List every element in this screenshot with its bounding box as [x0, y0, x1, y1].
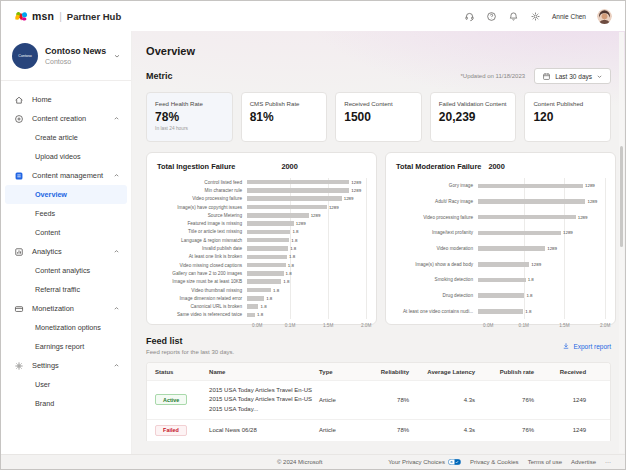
chart-bar[interactable]	[247, 279, 281, 284]
chart-bar[interactable]	[247, 188, 349, 193]
chart-plot: Gory image1289Adult/ Racy image1289Video…	[396, 178, 605, 330]
chart-bar[interactable]	[247, 205, 327, 210]
chart-bar[interactable]	[247, 271, 283, 276]
chart-bar[interactable]	[478, 215, 576, 220]
sidebar-item-user[interactable]: User	[1, 375, 131, 394]
column-header-failed[interactable]: Failed	[590, 369, 611, 375]
chart-bar[interactable]	[478, 262, 529, 267]
help-icon[interactable]	[486, 11, 497, 22]
chart-bar[interactable]	[247, 213, 309, 218]
sidebar-item-earnings-report[interactable]: Earnings report	[1, 337, 131, 356]
chart-bar[interactable]	[247, 230, 290, 235]
chart-bar[interactable]	[478, 246, 545, 251]
feed-name-cell[interactable]: Local News 06/28	[209, 426, 315, 435]
scrollbar[interactable]	[619, 32, 624, 453]
sidebar-item-create-article[interactable]: Create article	[1, 128, 131, 147]
user-avatar[interactable]	[597, 9, 612, 24]
chart-bar[interactable]	[247, 180, 349, 185]
sidebar-item-brand[interactable]: Brand	[1, 394, 131, 413]
chart-bar-track: 1.8	[247, 254, 361, 259]
sidebar-item-monetization[interactable]: Monetization	[1, 299, 131, 318]
footer-link-advertise[interactable]: Advertise	[571, 459, 596, 465]
chart-bar[interactable]	[247, 263, 286, 268]
metric-card-feed-health-rate[interactable]: Feed Health Rate78%In last 24 hours	[146, 92, 233, 142]
charts-row: Total Ingestion Failure 2000 Control lis…	[146, 152, 611, 325]
metric-card-content-published[interactable]: Content Published120	[524, 92, 611, 142]
column-header-status[interactable]: Status	[155, 369, 205, 375]
msn-butterfly-logo-icon[interactable]	[14, 10, 28, 22]
chevron-down-icon[interactable]	[113, 52, 121, 60]
feed-name-cell[interactable]: 2015 USA Today Articles Travel En-US 201…	[209, 386, 315, 414]
chart-bar[interactable]	[247, 196, 342, 201]
chart-bar[interactable]	[478, 293, 524, 298]
chart-bar[interactable]	[478, 184, 583, 189]
chevron-up-icon[interactable]	[113, 362, 120, 369]
org-switcher[interactable]: Contoso Contoso News Contoso	[1, 39, 131, 80]
settings-icon[interactable]	[530, 11, 541, 22]
chart-bar[interactable]	[247, 221, 294, 226]
chart-bar[interactable]	[478, 199, 585, 204]
notifications-icon[interactable]	[508, 11, 519, 22]
sidebar-item-content-analytics[interactable]: Content analytics	[1, 261, 131, 280]
chart-category-label: Same video is referenced twice	[157, 312, 247, 317]
scrollbar-thumb[interactable]	[620, 146, 623, 247]
metric-card-received-content[interactable]: Received Content1500	[335, 92, 422, 142]
metric-card-label: Failed Validation Content	[439, 100, 508, 107]
feed-table-body: Active2015 USA Today Articles Travel En-…	[147, 380, 610, 441]
sidebar-item-home[interactable]: Home	[1, 90, 131, 109]
chevron-up-icon[interactable]	[113, 172, 120, 179]
chart-bar[interactable]	[247, 238, 289, 243]
sidebar-item-content-creation[interactable]: Content creation	[1, 109, 131, 128]
chart-bar[interactable]	[247, 313, 255, 318]
chart-bar[interactable]	[247, 255, 287, 260]
chart-bar[interactable]	[478, 231, 561, 236]
chart-bar[interactable]	[247, 296, 264, 301]
column-header-type[interactable]: Type	[319, 369, 357, 375]
chevron-up-icon[interactable]	[113, 248, 120, 255]
column-header-received[interactable]: Received	[538, 369, 586, 375]
table-row[interactable]: Active2015 USA Today Articles Travel En-…	[147, 380, 610, 419]
footer-link-terms-of-use[interactable]: Terms of use	[528, 459, 562, 465]
publish-rate-cell: 76%	[479, 397, 534, 403]
user-name[interactable]: Annie Chen	[552, 13, 586, 20]
sidebar-item-settings[interactable]: Settings	[1, 356, 131, 375]
footer-link-label: Advertise	[571, 459, 596, 465]
chevron-up-icon[interactable]	[113, 115, 120, 122]
column-header-name[interactable]: Name	[209, 369, 315, 375]
sidebar-item-analytics[interactable]: Analytics	[1, 242, 131, 261]
sidebar-item-overview[interactable]: Overview	[5, 185, 127, 204]
column-header-publish-rate[interactable]: Publish rate	[479, 369, 534, 375]
chart-total-moderation-failure: Total Moderation Failure 2000 Gory image…	[385, 152, 616, 325]
chart-bar[interactable]	[247, 304, 258, 309]
footer-link-your-privacy-choices[interactable]: Your Privacy Choices	[388, 459, 461, 465]
footer-links: Your Privacy ChoicesPrivacy & CookiesTer…	[388, 459, 611, 465]
column-header-reliability[interactable]: Reliability	[361, 369, 409, 375]
sidebar-item-referral-traffic[interactable]: Referral traffic	[1, 280, 131, 299]
date-range-dropdown[interactable]: Last 30 days	[534, 68, 611, 84]
export-report-button[interactable]: Export report	[562, 342, 611, 350]
chart-bar-value: 1.8	[292, 229, 298, 234]
chart-bar[interactable]	[247, 246, 288, 251]
sidebar-item-content[interactable]: Content	[1, 223, 131, 242]
metric-card-failed-validation-content[interactable]: Failed Validation Content20,239	[430, 92, 517, 142]
chart-bar[interactable]	[478, 278, 526, 283]
footer-link-label: Terms of use	[528, 459, 562, 465]
metric-card-cms-publish-rate[interactable]: CMS Publish Rate81%	[241, 92, 328, 142]
chart-bar-value: 1.8	[266, 296, 272, 301]
sidebar-item-feeds[interactable]: Feeds	[1, 204, 131, 223]
chart-bar[interactable]	[478, 309, 523, 314]
sidebar-item-content-management[interactable]: Content management	[1, 166, 131, 185]
table-row[interactable]: FailedLocal News 06/28Article78%4.3s76%1…	[147, 419, 610, 441]
footer-link-[interactable]: ···	[605, 459, 611, 465]
content-shell: Contoso Contoso News Contoso HomeContent…	[1, 31, 625, 454]
sidebar-item-label: Content management	[32, 171, 103, 180]
column-header-average-latency[interactable]: Average Latency	[413, 369, 475, 375]
sidebar-item-upload-videos[interactable]: Upload videos	[1, 147, 131, 166]
sidebar-item-monetization-options[interactable]: Monetization options	[1, 318, 131, 337]
chart-bar[interactable]	[247, 288, 271, 293]
footer-link-privacy-cookies[interactable]: Privacy & Cookies	[470, 459, 519, 465]
headset-icon[interactable]	[464, 11, 475, 22]
brand-msn[interactable]: msn	[32, 10, 54, 22]
chevron-up-icon[interactable]	[113, 305, 120, 312]
chart-bar-track: 1.8	[247, 229, 361, 234]
